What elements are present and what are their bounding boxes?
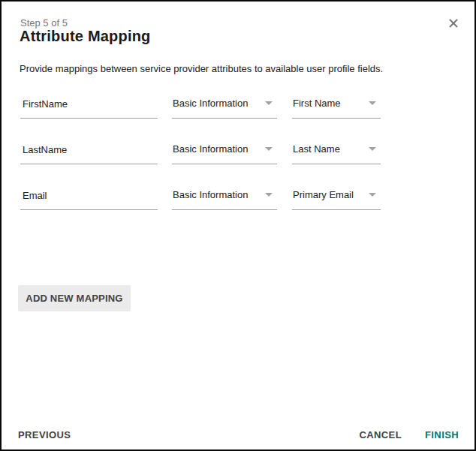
add-new-mapping-button[interactable]: ADD NEW MAPPING (18, 285, 131, 311)
cancel-button[interactable]: CANCEL (359, 429, 402, 440)
chevron-down-icon (369, 193, 376, 197)
chevron-down-icon (265, 101, 273, 105)
finish-button[interactable]: FINISH (425, 429, 459, 440)
page-title: Attribute Mapping (20, 28, 150, 45)
chevron-down-icon (369, 147, 376, 151)
chevron-down-icon (265, 193, 273, 197)
category-dropdown-value: Basic Information (173, 98, 248, 109)
step-indicator: Step 5 of 5 (20, 17, 68, 29)
previous-button[interactable]: PREVIOUS (18, 429, 71, 440)
field-dropdown[interactable]: First Name (292, 97, 381, 119)
field-dropdown-value: First Name (293, 98, 341, 109)
close-icon (448, 18, 459, 29)
attribute-mapping-dialog: Step 5 of 5 Attribute Mapping Provide ma… (0, 0, 476, 451)
category-dropdown[interactable]: Basic Information (172, 97, 277, 119)
field-dropdown-value: Primary Email (293, 189, 354, 200)
field-dropdown-value: Last Name (293, 143, 340, 155)
close-button[interactable] (447, 17, 459, 29)
mapping-row: Basic Information First Name (20, 97, 381, 119)
field-dropdown[interactable]: Last Name (292, 143, 381, 164)
category-dropdown[interactable]: Basic Information (172, 143, 277, 164)
category-dropdown-value: Basic Information (173, 189, 248, 200)
field-dropdown[interactable]: Primary Email (292, 188, 381, 210)
mapping-row: Basic Information Last Name (20, 143, 381, 164)
attribute-input-lastname[interactable] (20, 143, 158, 164)
attribute-input-email[interactable] (20, 188, 158, 210)
attribute-input-firstname[interactable] (20, 97, 158, 119)
chevron-down-icon (369, 101, 376, 105)
category-dropdown-value: Basic Information (173, 143, 248, 155)
category-dropdown[interactable]: Basic Information (172, 188, 277, 210)
chevron-down-icon (265, 147, 273, 151)
dialog-description: Provide mappings between service provide… (20, 63, 383, 74)
mapping-row: Basic Information Primary Email (20, 188, 381, 210)
